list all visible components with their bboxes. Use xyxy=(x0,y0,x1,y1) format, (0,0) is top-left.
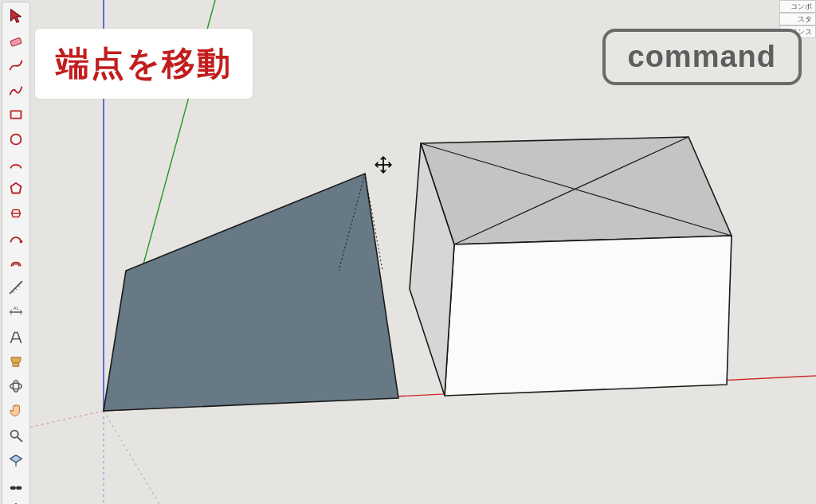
walk-tool[interactable] xyxy=(4,473,28,497)
pushpull-tool[interactable] xyxy=(4,201,28,225)
arc-tool[interactable] xyxy=(4,152,28,176)
svg-line-17 xyxy=(10,282,22,294)
svg-text:A1: A1 xyxy=(14,306,19,311)
svg-line-19 xyxy=(15,288,17,290)
circle-tool[interactable] xyxy=(4,127,28,151)
eraser-tool[interactable] xyxy=(4,29,28,53)
svg-point-16 xyxy=(20,240,23,244)
deformed-face xyxy=(104,174,398,411)
svg-line-1 xyxy=(104,411,159,504)
svg-marker-28 xyxy=(10,455,22,463)
tape-measure-tool[interactable] xyxy=(4,275,28,299)
svg-point-24 xyxy=(10,383,22,389)
line-tool[interactable] xyxy=(4,53,28,77)
svg-rect-23 xyxy=(13,363,18,367)
section-plane-tool[interactable] xyxy=(4,448,28,472)
paint-bucket-tool[interactable] xyxy=(4,350,28,373)
offset-tool[interactable] xyxy=(4,251,28,275)
svg-rect-12 xyxy=(10,37,22,46)
move-cursor-icon xyxy=(373,154,394,175)
zoom-tool[interactable] xyxy=(4,424,28,447)
tray-tab-components[interactable]: コンポ xyxy=(779,0,816,13)
svg-rect-13 xyxy=(11,111,22,118)
dimension-tool[interactable]: A1 xyxy=(4,300,28,324)
svg-line-27 xyxy=(18,437,22,442)
cube-top-face xyxy=(421,137,732,244)
svg-line-20 xyxy=(18,285,20,287)
freehand-tool[interactable] xyxy=(4,78,28,102)
main-toolbar: A1 xyxy=(2,2,30,504)
select-tool[interactable] xyxy=(4,4,28,28)
svg-point-31 xyxy=(16,486,22,490)
tray-tab-styles[interactable]: スタ xyxy=(779,13,816,25)
text-tool[interactable] xyxy=(4,325,28,349)
svg-marker-15 xyxy=(11,183,22,193)
rectangle-tool[interactable] xyxy=(4,103,28,127)
svg-point-30 xyxy=(10,486,16,490)
svg-point-25 xyxy=(13,381,18,393)
pan-tool[interactable] xyxy=(4,399,28,423)
modifier-key-badge: command xyxy=(602,29,802,85)
action-label: 端点を移動 xyxy=(35,29,253,99)
svg-point-14 xyxy=(11,135,22,145)
followme-tool[interactable] xyxy=(4,226,28,250)
polygon-tool[interactable] xyxy=(4,177,28,201)
svg-line-18 xyxy=(12,291,14,293)
position-camera-tool[interactable] xyxy=(4,498,28,504)
orbit-tool[interactable] xyxy=(4,374,28,398)
cube-front-face xyxy=(445,236,732,396)
